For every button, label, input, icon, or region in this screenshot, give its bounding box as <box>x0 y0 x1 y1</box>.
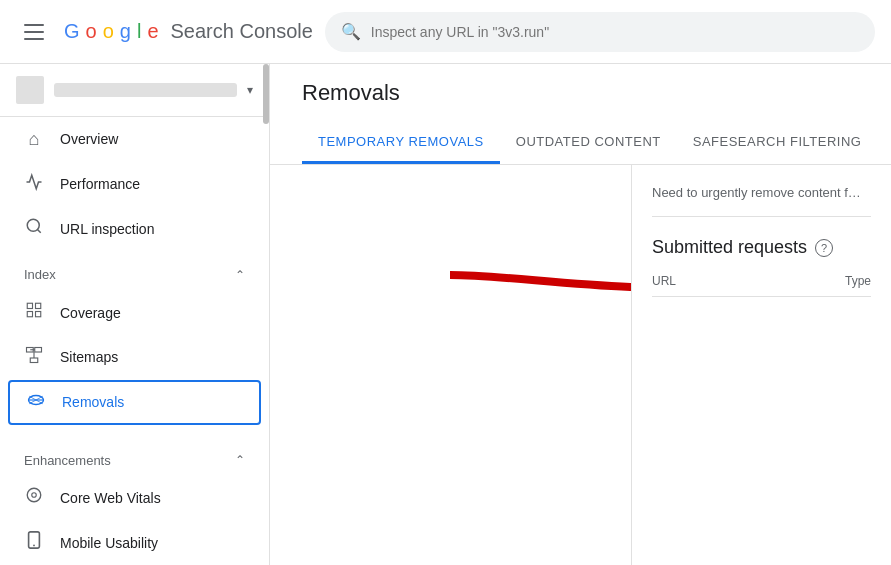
index-section-label: Index <box>24 267 56 282</box>
column-url: URL <box>652 274 811 288</box>
url-inspection-icon <box>24 217 44 240</box>
svg-rect-3 <box>36 303 41 308</box>
panel-notice-text: Need to urgently remove content f… <box>652 185 861 200</box>
sitemaps-icon <box>24 346 44 369</box>
svg-rect-7 <box>35 347 42 352</box>
topbar: Google Search Console 🔍 <box>0 0 891 64</box>
search-icon: 🔍 <box>341 22 361 41</box>
sidebar-item-performance[interactable]: Performance <box>0 162 261 207</box>
index-section-header: Index ⌃ <box>0 251 269 290</box>
hamburger-menu[interactable] <box>16 16 52 48</box>
svg-rect-5 <box>36 312 41 317</box>
chevron-down-icon: ▾ <box>247 83 253 97</box>
sidebar-item-removals[interactable]: Removals <box>8 380 261 425</box>
sidebar-item-mobile-usability[interactable]: Mobile Usability <box>0 520 261 565</box>
tab-safesearch-filtering[interactable]: SAFESEARCH FILTERING <box>677 122 878 164</box>
search-input[interactable] <box>371 24 859 40</box>
property-selector[interactable]: ▾ <box>0 64 269 117</box>
removals-icon <box>26 391 46 414</box>
help-icon[interactable]: ? <box>815 239 833 257</box>
tab-temporary-removals[interactable]: TEMPORARY REMOVALS <box>302 122 500 164</box>
enhancements-collapse-icon[interactable]: ⌃ <box>235 453 245 467</box>
svg-rect-8 <box>30 358 38 363</box>
content-area: Removals TEMPORARY REMOVALS OUTDATED CON… <box>270 64 891 565</box>
main-layout: ▾ ⌂ Overview Performance <box>0 64 891 565</box>
sidebar-item-url-inspection[interactable]: URL inspection <box>0 206 261 251</box>
tabs: TEMPORARY REMOVALS OUTDATED CONTENT SAFE… <box>302 122 859 164</box>
svg-rect-4 <box>27 312 32 317</box>
topbar-left: Google Search Console <box>16 16 313 48</box>
scrollbar-track <box>263 64 269 565</box>
sidebar-item-label: Removals <box>62 394 124 410</box>
tab-outdated-content[interactable]: OUTDATED CONTENT <box>500 122 677 164</box>
sidebar-item-label: Core Web Vitals <box>60 490 161 506</box>
svg-point-0 <box>27 220 39 232</box>
property-name <box>54 83 237 97</box>
sidebar-item-label: Performance <box>60 176 140 192</box>
svg-rect-2 <box>27 303 32 308</box>
coverage-icon <box>24 301 44 324</box>
content-body: Need to urgently remove content f… Submi… <box>270 165 891 565</box>
home-icon: ⌂ <box>24 129 44 150</box>
svg-point-16 <box>32 493 37 498</box>
collapse-icon[interactable]: ⌃ <box>235 268 245 282</box>
svg-point-18 <box>33 545 35 547</box>
sidebar-item-coverage[interactable]: Coverage <box>0 290 261 335</box>
product-name: Search Console <box>171 20 313 43</box>
svg-line-1 <box>37 230 40 233</box>
sidebar: ▾ ⌂ Overview Performance <box>0 64 270 565</box>
svg-point-15 <box>27 489 41 503</box>
sidebar-item-label: URL inspection <box>60 221 154 237</box>
mobile-usability-icon <box>24 531 44 554</box>
enhancements-section-label: Enhancements <box>24 453 111 468</box>
page-title: Removals <box>302 80 859 106</box>
page-header: Removals TEMPORARY REMOVALS OUTDATED CON… <box>270 64 891 165</box>
sidebar-item-label: Overview <box>60 131 118 147</box>
property-avatar <box>16 76 44 104</box>
table-header: URL Type <box>652 274 871 297</box>
panel-notice: Need to urgently remove content f… <box>652 185 871 217</box>
core-web-vitals-icon <box>24 486 44 509</box>
scrollbar-thumb[interactable] <box>263 64 269 124</box>
submitted-requests-title: Submitted requests ? <box>652 237 871 258</box>
sidebar-item-sitemaps[interactable]: Sitemaps <box>0 335 261 380</box>
sidebar-item-core-web-vitals[interactable]: Core Web Vitals <box>0 476 261 521</box>
right-panel: Need to urgently remove content f… Submi… <box>631 165 891 565</box>
sidebar-item-overview[interactable]: ⌂ Overview <box>0 117 261 162</box>
enhancements-section-header: Enhancements ⌃ <box>0 437 269 476</box>
performance-icon <box>24 173 44 196</box>
sidebar-item-label: Sitemaps <box>60 349 118 365</box>
logo: Google Search Console <box>64 20 313 43</box>
sidebar-item-label: Mobile Usability <box>60 535 158 551</box>
column-type: Type <box>811 274 871 288</box>
search-bar[interactable]: 🔍 <box>325 12 875 52</box>
sidebar-item-label: Coverage <box>60 305 121 321</box>
